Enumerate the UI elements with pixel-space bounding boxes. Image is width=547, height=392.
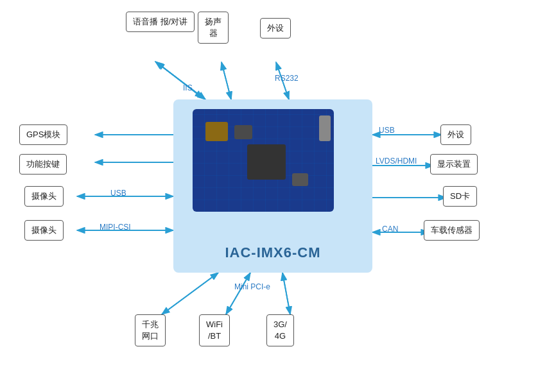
chip-main bbox=[247, 144, 286, 180]
svg-line-2 bbox=[155, 62, 205, 99]
svg-line-4 bbox=[157, 62, 203, 98]
peri-g4: 3G/4G bbox=[266, 314, 294, 346]
peri-sdka: SD卡 bbox=[443, 186, 477, 207]
peri-yuyin: 语音播 报/对讲 bbox=[126, 12, 195, 32]
peri-waishe-right: 外设 bbox=[440, 124, 471, 145]
peri-gongneng: 功能按键 bbox=[19, 154, 67, 175]
board-image bbox=[193, 109, 334, 212]
label-rs232: RS232 bbox=[275, 74, 299, 83]
label-mipi: MIPI-CSI bbox=[100, 223, 131, 232]
peri-cam2: 摄像头 bbox=[24, 220, 64, 241]
label-lvds: LVDS/HDMI bbox=[376, 157, 417, 166]
center-board: IAC-IMX6-CM bbox=[173, 99, 372, 273]
board-label: IAC-IMX6-CM bbox=[173, 244, 372, 261]
peri-gps: GPS模块 bbox=[19, 124, 67, 145]
svg-line-24 bbox=[226, 273, 250, 314]
peri-yangsheng: 扬声器 bbox=[198, 12, 229, 44]
svg-line-3 bbox=[155, 62, 205, 99]
chip-connector bbox=[319, 115, 331, 141]
peri-wifi: WiFi/BT bbox=[199, 314, 230, 346]
svg-line-22 bbox=[162, 273, 218, 314]
peri-waishebig: 外设 bbox=[260, 18, 291, 38]
label-usb-right: USB bbox=[379, 126, 395, 135]
peri-qianzao: 千兆网口 bbox=[135, 314, 166, 346]
label-can: CAN bbox=[382, 225, 398, 234]
svg-line-5 bbox=[157, 62, 203, 98]
chip-component bbox=[292, 173, 308, 186]
chip-component bbox=[234, 125, 252, 139]
peri-cam1: 摄像头 bbox=[24, 186, 64, 207]
svg-line-25 bbox=[226, 273, 250, 314]
peri-cheliang: 车载传感器 bbox=[424, 220, 480, 241]
svg-line-27 bbox=[282, 273, 290, 314]
peri-xianshi: 显示装置 bbox=[430, 154, 478, 175]
diagram-container: IAC-IMX6-CM 语音播 报/对讲 扬声器 外设 IIS RS232 GP… bbox=[0, 0, 547, 392]
label-usb-left: USB bbox=[110, 189, 126, 198]
chip-component bbox=[205, 122, 228, 141]
label-minipcie: Mini PCI-e bbox=[234, 282, 270, 291]
svg-line-6 bbox=[221, 62, 231, 99]
svg-line-7 bbox=[221, 62, 231, 99]
label-iis: IIS bbox=[183, 83, 193, 92]
svg-line-26 bbox=[282, 273, 290, 314]
svg-line-23 bbox=[162, 273, 218, 314]
